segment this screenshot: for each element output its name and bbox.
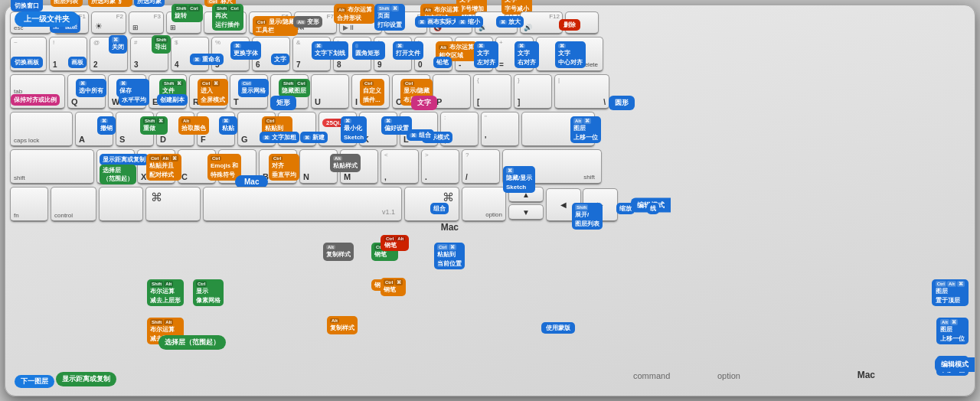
tip-pen-b-area: CtrlAlt 钢笔	[381, 235, 409, 251]
tip-p-pencil: 铅笔	[433, 57, 452, 68]
key-alt-left[interactable]: 显示距离或复制 选择层（范围起）	[99, 187, 143, 222]
tip-t-font: ⌘ 更换字体	[230, 41, 261, 60]
tip-i-round-rect: 圆角矩形	[352, 41, 383, 60]
key-comma[interactable]: < ⌘ 偏好设置 ,	[381, 149, 419, 184]
tip-right-layer-up: Alt⌘ 图层上移一位	[936, 318, 969, 344]
command-label: command	[633, 371, 670, 380]
fn-row: esc ⌘切换窗口 F1 ☀ Alt 显示/隐藏图层列表	[10, 11, 970, 34]
tip-alt-select-layer: 选择层（范围起）	[100, 165, 136, 184]
tip-group: ⌘ 组合	[407, 129, 434, 141]
tip-use-mask: 使用蒙版	[541, 322, 575, 334]
keyboard-shell: 上一级文件夹 下一图层 esc ⌘切换窗口 F1 ☀	[5, 5, 975, 396]
key-lbracket[interactable]: { ⌘ 文字左对齐 [	[473, 74, 511, 109]
bottom-row: fn control 显示距离或复制 选择层（范围起）	[10, 187, 970, 222]
folder-label[interactable]: 上一级文件夹	[15, 11, 79, 27]
key-f3[interactable]: F3 ⊞	[129, 11, 164, 34]
key-alt-right[interactable]: option	[462, 187, 506, 222]
tip-lbracket-align-left: ⌘ 文字左对齐	[474, 41, 498, 68]
tip-a-select-all: ⌘ 选中所有	[76, 79, 106, 97]
tip-expand-layers: Shift 展开/图层列表	[572, 203, 603, 230]
tip-z-redo: Shift⌘ 重做	[140, 116, 168, 135]
tip-5-shift-ctrl: ShiftCtrl 再次运行插件	[212, 4, 243, 31]
key-p[interactable]: 铅笔 P	[433, 74, 471, 109]
tip-u-underline: ⌘ 文字下划线	[312, 41, 348, 60]
tip-g-ctrl-grid: Ctrl 显示网格	[238, 79, 269, 97]
tip-v-dup-style: Alt 复制样式	[323, 243, 354, 261]
tip-6-ctrl-toolbar: Ctrl 显示/隐藏工具栏	[253, 16, 298, 36]
tip-b-text-bold: ⌘ 文字加粗	[260, 132, 299, 143]
tip-y-text: 文字	[271, 54, 289, 65]
tip-z-undo: ⌘ 撤销	[97, 116, 116, 135]
bottom-show-dist-badge: 显示距离或复制	[56, 372, 116, 386]
tip-group2: 组合	[430, 203, 449, 214]
tip-line: 线	[647, 203, 659, 214]
key-capslock[interactable]: 保持对齐或比例 caps lock	[10, 112, 73, 147]
tip-k-custom-plugin: Ctrl 自定义插件...	[360, 79, 384, 106]
tip-d-create-dup: 创建副本	[157, 94, 188, 106]
key-f12[interactable]: F12 🔊	[520, 11, 563, 34]
tip-8-alt-bool: Alt 布尔运算合并形状	[334, 4, 375, 24]
tip-f-enter-fullscreen: Ctrl⌘ 进入全屏模式	[198, 79, 228, 106]
key-backslash[interactable]: | ⌘ 文字中心对齐 \	[554, 74, 609, 109]
key-rbracket[interactable]: } ⌘ 文字右对齐 ]	[514, 74, 552, 109]
tip-text-tool: 文字	[411, 96, 437, 110]
tip-r-rename: ⌘ 重命名	[190, 54, 224, 65]
tip-eq-enlarge: ⌘ 放大	[496, 16, 524, 28]
tip-v-paste: ⌘ 粘贴	[219, 116, 237, 135]
tip-w-slice: Shift 导出	[152, 35, 171, 54]
key-shift-left[interactable]: shift	[10, 149, 94, 184]
qwerty-row: 切换画板 tab 画板 Q ⌘ 关闭 Shift 导出	[10, 74, 970, 109]
key-arrow-down[interactable]: ▼	[508, 204, 544, 220]
bottom-select-layer-badge: 选择层（范围起）	[158, 335, 226, 350]
tip-h-hide-sketch-full: ⌘ 隐藏/显示Sketch	[503, 166, 535, 193]
tip-cmd-paste-style: Alt 粘贴样式	[330, 154, 361, 172]
tip-backslash-center-align: ⌘ 文字中心对齐	[555, 41, 586, 68]
tip-n-new: ⌘ 新建	[300, 132, 328, 143]
next-layer-button[interactable]: 下一图层	[15, 375, 54, 388]
tip-right-layer-top: CtrlAlt⌘ 图层置于顶层	[932, 279, 969, 306]
tip-ctrl-paste: Ctrl⌘ 粘贴到当前位置	[434, 243, 465, 269]
key-slash[interactable]: ? /	[462, 149, 500, 184]
keyboard-rows: esc ⌘切换窗口 F1 ☀ Alt 显示/隐藏图层列表	[10, 8, 970, 222]
tip-c-display: Ctrl 显示像素网格	[193, 279, 224, 306]
tip-copy-style: Alt 复制样式	[327, 316, 358, 334]
tip-delete: 删除	[559, 19, 580, 31]
key-u[interactable]: ⌘ 文字下划线 ⌘ 文字斜体 U	[311, 74, 349, 109]
tip-f2-center: ⌘ 中心显示所选对象	[134, 0, 165, 7]
tip-caps-scale: 保持对齐或比例	[11, 94, 60, 106]
tip-tab: 切换画板	[11, 57, 43, 68]
tip-x-bool: ShiftAlt 布尔运算减去上层形	[147, 279, 184, 306]
tip-paste-current-pos: Ctrl⌘ 钢笔	[381, 278, 406, 296]
tip-h-hide-layer: ShiftCtrl 隐藏图层	[279, 79, 310, 97]
editing-mode-right-badge: 编辑模式	[935, 357, 975, 372]
tip-rbracket-align-right: ⌘ 文字右对齐	[514, 41, 539, 68]
tip-minus-reduce: ⌘ 缩小	[456, 16, 483, 28]
option-label: option	[717, 371, 740, 380]
tip-zoom-ctrl: 缩放	[616, 203, 635, 214]
tip-q-board: 画板	[68, 57, 87, 68]
tip-f1-show-layers: Alt 显示/隐藏图层列表	[51, 0, 83, 7]
tip-s-save: ⌘ 保存	[116, 79, 135, 97]
key-space[interactable]: v1.1	[203, 187, 402, 222]
tip-shift-right-layer-up: Alt⌘ 图层上移一位	[570, 116, 601, 143]
mac-label-right: Mac	[858, 370, 875, 380]
tip-circle: 圆形	[609, 96, 635, 110]
tip-alt-show-dist: 显示距离或复制	[100, 154, 149, 165]
tip-cmd-align-vert: Ctrl 对齐垂直平均	[269, 154, 299, 181]
tip-c-colorpick: Alt 拾取颜色	[178, 116, 209, 135]
tip-m-minimize: ⌘ 最小化Sketch	[341, 116, 367, 143]
key-cmd-left[interactable]: ⌘ CtrlAlt⌘ 粘贴并且配对样式 Ctrl Emojis 和特殊符号 Ct…	[145, 187, 201, 222]
key-fn[interactable]: fn	[10, 187, 48, 222]
tip-7-alt-deform: Alt 变形	[293, 16, 322, 28]
tip-4-shift-ctrl: ShiftCtrl 旋转	[172, 4, 203, 22]
tip-switch-window: ⌘切换窗口	[11, 0, 43, 11]
tip-f2-zoom: Alt 放大所选对象	[88, 0, 119, 7]
tip-w-close: ⌘ 关闭	[109, 35, 127, 54]
version-text: v1.1	[382, 208, 395, 216]
key-period[interactable]: > 演示模式 .	[421, 149, 459, 184]
key-control[interactable]: control	[51, 187, 96, 222]
key-quote[interactable]: " '	[481, 112, 519, 147]
tip-rect: 矩形	[270, 96, 296, 110]
tip-cmd-paste-match: CtrlAlt⌘ 粘贴并且配对样式	[146, 154, 181, 181]
key-f2[interactable]: F2 ☀ Alt 放大所选对象 ⌘ 中心显示所选对象	[91, 11, 126, 34]
